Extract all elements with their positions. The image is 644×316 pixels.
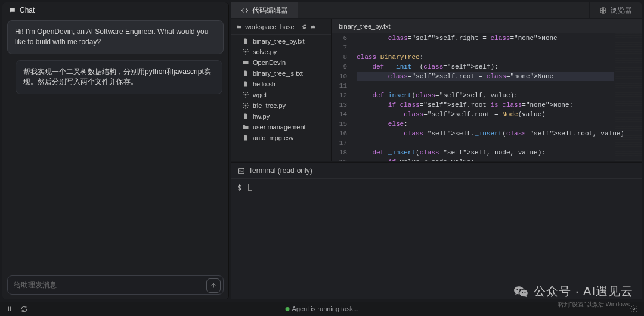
globe-icon [599, 7, 607, 14]
file-tree-item[interactable]: trie_tree.py [231, 100, 331, 111]
chat-icon [8, 7, 16, 14]
svg-point-3 [245, 105, 247, 107]
terminal-title: Terminal (read-only) [249, 166, 312, 175]
code-body[interactable]: 67891011121314151617181920 class="self">… [332, 33, 642, 161]
tab-code-label: 代码编辑器 [252, 5, 288, 16]
file-tree-item-label: binary_tree_js.txt [253, 70, 303, 77]
tab-browser[interactable]: 浏览器 [589, 2, 642, 18]
file-tree-item-label: hw.py [253, 113, 270, 120]
file-tree-item[interactable]: user management [231, 122, 331, 132]
chat-panel: Chat Hi! I'm OpenDevin, an AI Software E… [2, 2, 229, 299]
file-tree: workspace_base ⋯ binary_tree_py.txtsolve… [231, 19, 332, 161]
right-panel: 代码编辑器 浏览器 workspace_base ⋯ [231, 2, 642, 299]
open-file-tab[interactable]: binary_tree_py.txt [332, 19, 642, 33]
file-tree-item-label: wget [253, 91, 267, 98]
file-icon [242, 134, 249, 141]
gear-icon [242, 48, 249, 55]
terminal-icon [237, 167, 245, 175]
svg-rect-6 [10, 307, 11, 311]
folder-icon [242, 123, 249, 131]
terminal-cursor [248, 184, 252, 191]
folder-open-icon [236, 23, 242, 30]
file-icon [242, 70, 249, 77]
status-dot-icon [286, 307, 290, 311]
svg-rect-5 [8, 307, 9, 311]
file-tree-item[interactable]: binary_tree_py.txt [231, 36, 331, 47]
code-lines: class="self">self.right = class="none">N… [357, 33, 614, 161]
file-tree-item[interactable]: wget [231, 89, 331, 100]
code-editor: binary_tree_py.txt 678910111213141516171… [332, 19, 642, 161]
terminal-body: $ [231, 179, 642, 299]
code-icon [241, 7, 249, 14]
file-tree-item[interactable]: OpenDevin [231, 57, 331, 68]
folder-icon [242, 59, 249, 66]
line-gutter: 67891011121314151617181920 [332, 33, 352, 161]
file-tree-item-label: solve.py [253, 48, 277, 55]
send-button[interactable] [206, 278, 221, 293]
file-tree-item-label: user management [253, 123, 306, 131]
file-icon [242, 80, 249, 88]
footer-status: Agent is running task... [286, 305, 359, 312]
assistant-message: Hi! I'm OpenDevin, an AI Software Engine… [7, 20, 224, 54]
gear-icon [242, 102, 249, 109]
footer-right [630, 305, 638, 313]
user-message: 帮我实现一个二叉树数据结构，分别用python和javascript实现。然后分… [16, 60, 222, 94]
top-tabs: 代码编辑器 浏览器 [231, 2, 642, 18]
chat-body: Hi! I'm OpenDevin, an AI Software Engine… [2, 18, 228, 271]
file-icon [242, 113, 249, 120]
terminal-panel: Terminal (read-only) $ [231, 162, 642, 299]
file-tree-root-label: workspace_base [245, 23, 295, 30]
file-tree-item[interactable]: binary_tree_js.txt [231, 68, 331, 79]
file-tree-item[interactable]: solve.py [231, 47, 331, 57]
tab-code-editor[interactable]: 代码编辑器 [231, 2, 298, 18]
svg-rect-4 [239, 168, 244, 174]
file-tree-item-label: trie_tree.py [253, 102, 286, 109]
cloud-icon[interactable] [311, 23, 316, 30]
file-tree-items: binary_tree_py.txtsolve.pyOpenDevinbinar… [231, 35, 331, 161]
svg-point-2 [245, 94, 247, 96]
chat-input[interactable]: 给助理发消息 [7, 275, 224, 295]
arrow-up-icon [210, 282, 217, 289]
file-tree-item[interactable]: hw.py [231, 111, 331, 122]
file-icon [242, 38, 249, 45]
pause-icon[interactable] [6, 305, 13, 312]
reload-icon[interactable] [20, 305, 28, 313]
chat-header: Chat [2, 2, 228, 18]
terminal-prompt: $ [237, 184, 242, 192]
file-tree-item-label: binary_tree_py.txt [253, 38, 305, 45]
file-tree-item-label: OpenDevin [253, 59, 286, 66]
editor-area: workspace_base ⋯ binary_tree_py.txtsolve… [231, 19, 642, 161]
more-icon[interactable]: ⋯ [320, 23, 326, 30]
status-text: Agent is running task... [292, 305, 359, 312]
chat-placeholder: 给助理发消息 [14, 280, 57, 290]
footer-bar: Agent is running task... [0, 302, 644, 316]
file-tree-item[interactable]: auto_mpg.csv [231, 132, 331, 143]
minimap[interactable] [615, 33, 642, 161]
tab-browser-label: 浏览器 [611, 5, 632, 16]
gear-icon [242, 91, 249, 98]
file-tree-item-label: hello.sh [253, 80, 275, 88]
refresh-icon[interactable] [302, 23, 307, 30]
chat-title: Chat [20, 6, 35, 14]
terminal-header: Terminal (read-only) [231, 163, 642, 179]
file-tree-item[interactable]: hello.sh [231, 79, 331, 89]
svg-point-1 [245, 51, 247, 53]
svg-point-7 [633, 308, 635, 310]
file-tree-header: workspace_base ⋯ [231, 19, 331, 35]
settings-icon[interactable] [630, 305, 638, 313]
file-tree-item-label: auto_mpg.csv [253, 134, 293, 141]
open-file-label: binary_tree_py.txt [339, 23, 391, 30]
